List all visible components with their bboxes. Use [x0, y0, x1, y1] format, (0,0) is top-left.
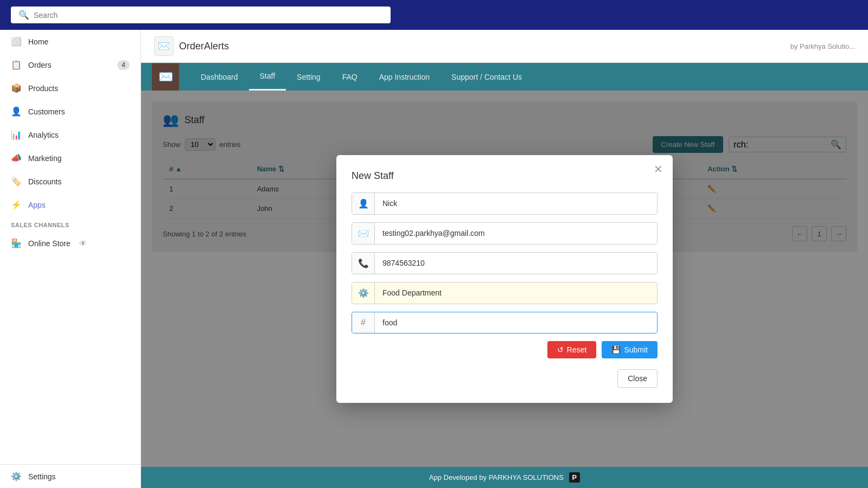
department-field: ⚙️ [352, 282, 658, 304]
search-icon: 🔍 [18, 10, 29, 20]
department-input[interactable] [375, 283, 657, 303]
analytics-icon: 📊 [11, 130, 22, 140]
nav-item-support[interactable]: Support / Contact Us [441, 64, 533, 90]
modal-title: New Staff [352, 170, 658, 182]
app-logo-icon: ✉️ [158, 40, 170, 52]
nav-item-setting[interactable]: Setting [286, 64, 331, 90]
reset-icon: ↺ [557, 345, 564, 354]
user-icon: 👤 [352, 193, 375, 214]
sidebar-item-label: Marketing [28, 154, 61, 163]
tag-icon: # [352, 312, 375, 333]
sidebar-item-label: Online Store [28, 239, 71, 248]
settings-icon: ⚙️ [11, 471, 22, 481]
email-input[interactable] [375, 223, 657, 243]
sidebar-item-label: Products [28, 84, 58, 93]
main-content: 👥 Staff Show 10 25 50 100 entries [141, 91, 868, 467]
nav-item-staff[interactable]: Staff [249, 63, 286, 91]
nav-logo-icon: ✉️ [158, 70, 173, 84]
sidebar: ⬜ Home 📋 Orders 4 📦 Products 👤 Customers… [0, 30, 141, 488]
search-box[interactable]: 🔍 [11, 7, 391, 23]
customers-icon: 👤 [11, 106, 22, 117]
orders-badge: 4 [117, 60, 130, 70]
sidebar-item-label: Orders [28, 61, 52, 69]
home-icon: ⬜ [11, 36, 22, 47]
submit-icon: 💾 [611, 345, 621, 354]
sidebar-item-home[interactable]: ⬜ Home [0, 30, 141, 53]
new-staff-modal: ✕ New Staff 👤 ✉️ 📞 [336, 155, 673, 403]
store-icon: 🏪 [11, 238, 22, 248]
app-logo: ✉️ [154, 36, 174, 56]
sales-channels-title: SALES CHANNELS [0, 216, 141, 232]
phone-icon: 📞 [352, 253, 375, 274]
nav-item-app-instruction[interactable]: App Instruction [368, 64, 441, 90]
modal-overlay: ✕ New Staff 👤 ✉️ 📞 [141, 91, 868, 467]
reset-label: Reset [567, 345, 587, 354]
orders-icon: 📋 [11, 60, 22, 70]
app-header: ✉️ OrderAlerts by Parkhya Solutio... [141, 30, 868, 63]
eye-icon: 👁 [79, 239, 87, 248]
modal-close-x-button[interactable]: ✕ [654, 163, 663, 176]
parkhya-logo: P [569, 472, 580, 483]
modal-footer: Close [352, 369, 658, 388]
top-bar: 🔍 [0, 0, 868, 30]
reset-button[interactable]: ↺ Reset [547, 341, 597, 358]
sidebar-item-label: Analytics [28, 131, 59, 139]
app-nav-logo: ✉️ [152, 63, 179, 91]
apps-icon: ⚡ [11, 200, 22, 210]
discounts-icon: 🏷️ [11, 176, 22, 187]
name-field: 👤 [352, 192, 658, 215]
sidebar-item-settings[interactable]: ⚙️ Settings [0, 465, 141, 488]
tag-field: # [352, 312, 658, 333]
name-input[interactable] [375, 194, 657, 213]
footer-text: App Developed by PARKHYA SOLUTIONS [429, 473, 564, 481]
email-icon: ✉️ [352, 223, 375, 244]
sidebar-item-products[interactable]: 📦 Products [0, 76, 141, 100]
sidebar-item-customers[interactable]: 👤 Customers [0, 100, 141, 123]
sidebar-item-marketing[interactable]: 📣 Marketing [0, 146, 141, 170]
sidebar-item-label: Settings [28, 472, 56, 481]
submit-label: Submit [624, 345, 648, 354]
products-icon: 📦 [11, 83, 22, 93]
modal-actions: ↺ Reset 💾 Submit [352, 341, 658, 358]
sidebar-item-analytics[interactable]: 📊 Analytics [0, 123, 141, 146]
sidebar-item-online-store[interactable]: 🏪 Online Store 👁 [0, 232, 141, 255]
close-button[interactable]: Close [617, 369, 658, 388]
sidebar-item-apps[interactable]: ⚡ Apps [0, 193, 141, 216]
submit-button[interactable]: 💾 Submit [602, 341, 658, 358]
nav-item-dashboard[interactable]: Dashboard [190, 64, 249, 90]
search-input[interactable] [34, 11, 383, 20]
sidebar-item-label: Discounts [28, 177, 61, 186]
email-field: ✉️ [352, 222, 658, 245]
sidebar-item-discounts[interactable]: 🏷️ Discounts [0, 170, 141, 193]
sidebar-item-label: Home [28, 37, 48, 46]
app-title: OrderAlerts [179, 41, 229, 52]
sidebar-item-orders[interactable]: 📋 Orders 4 [0, 53, 141, 76]
app-nav: ✉️ Dashboard Staff Setting FAQ App Instr… [141, 63, 868, 91]
sidebar-item-label: Apps [28, 201, 46, 209]
phone-field: 📞 [352, 252, 658, 274]
sidebar-item-label: Customers [28, 107, 65, 116]
phone-input[interactable] [375, 253, 657, 273]
content-area: ✉️ OrderAlerts by Parkhya Solutio... ✉️ … [141, 30, 868, 488]
nav-item-faq[interactable]: FAQ [331, 64, 368, 90]
tag-input[interactable] [375, 313, 657, 332]
marketing-icon: 📣 [11, 153, 22, 163]
department-icon: ⚙️ [352, 282, 375, 304]
sidebar-bottom: ⚙️ Settings [0, 464, 141, 488]
app-by: by Parkhya Solutio... [790, 42, 855, 50]
app-footer: App Developed by PARKHYA SOLUTIONS P [141, 467, 868, 488]
main-layout: ⬜ Home 📋 Orders 4 📦 Products 👤 Customers… [0, 30, 868, 488]
